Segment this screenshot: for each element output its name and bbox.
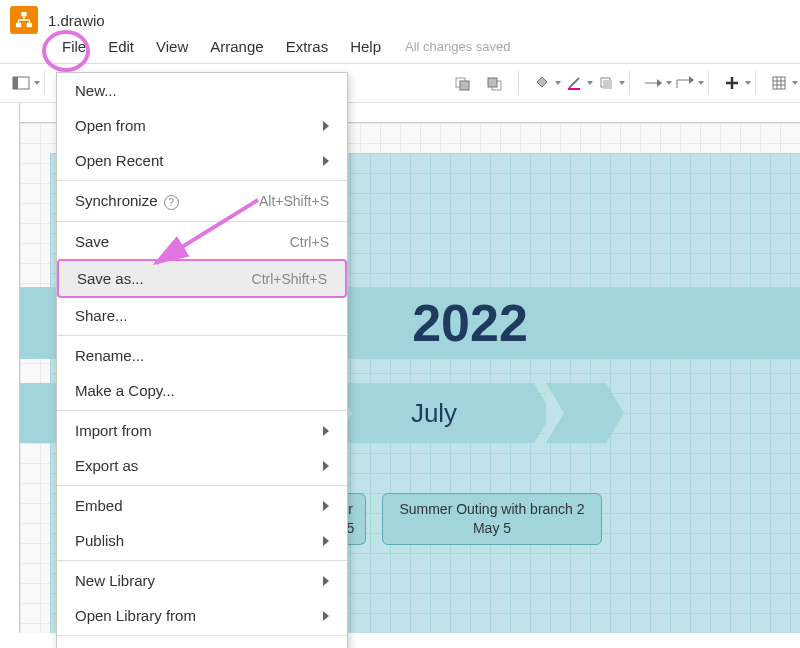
menu-open-recent[interactable]: Open Recent [57, 143, 347, 178]
help-icon: ? [164, 195, 179, 210]
menu-save[interactable]: SaveCtrl+S [57, 224, 347, 259]
menu-view[interactable]: View [152, 36, 192, 57]
menu-new[interactable]: New... [57, 73, 347, 108]
menu-file[interactable]: File [58, 36, 90, 57]
ruler-vertical [0, 103, 20, 633]
menu-open-from[interactable]: Open from [57, 108, 347, 143]
line-color-icon[interactable] [561, 70, 587, 96]
svg-rect-9 [568, 88, 580, 90]
menu-share[interactable]: Share... [57, 298, 347, 333]
fill-color-icon[interactable] [529, 70, 555, 96]
save-status: All changes saved [405, 39, 511, 54]
svg-rect-6 [460, 81, 469, 90]
menu-publish[interactable]: Publish [57, 523, 347, 558]
waypoints-icon[interactable] [672, 70, 698, 96]
year-text: 2022 [412, 293, 528, 353]
menu-extras[interactable]: Extras [282, 36, 333, 57]
menu-edit[interactable]: Edit [104, 36, 138, 57]
menu-properties[interactable]: Properties... [57, 638, 347, 648]
svg-rect-2 [27, 23, 32, 28]
menubar: File Edit View Arrange Extras Help All c… [0, 36, 800, 63]
menu-import-from[interactable]: Import from [57, 413, 347, 448]
menu-rename[interactable]: Rename... [57, 338, 347, 373]
menu-embed[interactable]: Embed [57, 488, 347, 523]
menu-help[interactable]: Help [346, 36, 385, 57]
svg-rect-1 [16, 23, 21, 28]
file-menu-dropdown: New... Open from Open Recent Synchronize… [56, 72, 348, 648]
chevron-next[interactable] [546, 383, 606, 443]
svg-rect-12 [773, 77, 785, 89]
shadow-icon[interactable] [593, 70, 619, 96]
sidebar-toggle-icon[interactable] [8, 70, 34, 96]
drawio-logo [10, 6, 38, 34]
menu-open-library-from[interactable]: Open Library from [57, 598, 347, 633]
to-back-icon[interactable] [482, 70, 508, 96]
menu-synchronize[interactable]: Synchronize? Alt+Shift+S [57, 183, 347, 219]
svg-rect-8 [488, 78, 497, 87]
to-front-icon[interactable] [450, 70, 476, 96]
chevron-july[interactable]: July [334, 383, 534, 443]
connection-icon[interactable] [640, 70, 666, 96]
menu-save-as[interactable]: Save as...Ctrl+Shift+S [57, 259, 347, 298]
file-title[interactable]: 1.drawio [48, 12, 105, 29]
table-icon[interactable] [766, 70, 792, 96]
svg-rect-0 [21, 12, 26, 17]
menu-arrange[interactable]: Arrange [206, 36, 267, 57]
insert-icon[interactable] [719, 70, 745, 96]
svg-rect-4 [13, 77, 18, 89]
menu-export-as[interactable]: Export as [57, 448, 347, 483]
menu-make-copy[interactable]: Make a Copy... [57, 373, 347, 408]
svg-rect-11 [603, 80, 612, 89]
note-summer-outing[interactable]: Summer Outing with branch 2 May 5 [382, 493, 602, 545]
menu-new-library[interactable]: New Library [57, 563, 347, 598]
